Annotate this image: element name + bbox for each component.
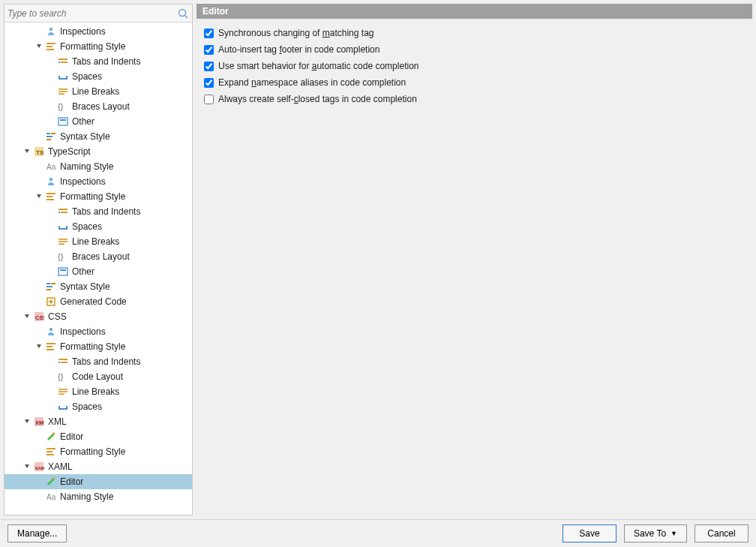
- option-label[interactable]: Expand namespace aliases in code complet…: [218, 77, 406, 88]
- chevron-down-icon[interactable]: [24, 313, 32, 320]
- tree-item[interactable]: Syntax Style: [4, 279, 192, 294]
- tree-item[interactable]: Syntax Style: [4, 129, 192, 144]
- chevron-down-icon[interactable]: [36, 193, 44, 200]
- tree-item-label: Generated Code: [60, 296, 127, 307]
- inspect-icon: [45, 176, 57, 188]
- tree-item[interactable]: Generated Code: [4, 294, 192, 309]
- svg-text:{}: {}: [58, 372, 64, 381]
- tree-item[interactable]: Line Breaks: [4, 384, 192, 399]
- manage-button[interactable]: Manage...: [8, 524, 67, 542]
- tabs-icon: [57, 56, 69, 68]
- svg-rect-27: [46, 196, 52, 197]
- option-label[interactable]: Auto-insert tag footer in code completio…: [218, 44, 380, 55]
- chevron-down-icon[interactable]: [36, 343, 44, 350]
- tree-item[interactable]: Tabs and Indents: [4, 54, 192, 69]
- tree-item[interactable]: Editor: [4, 429, 192, 444]
- svg-rect-65: [46, 448, 56, 449]
- svg-rect-26: [46, 193, 56, 194]
- option-checkbox[interactable]: [204, 62, 214, 71]
- svg-rect-43: [46, 286, 52, 287]
- dropdown-icon: ▼: [670, 530, 677, 537]
- svg-rect-12: [58, 89, 68, 90]
- svg-rect-20: [46, 136, 52, 137]
- search-icon[interactable]: [177, 8, 189, 20]
- tree-item[interactable]: Line Breaks: [4, 84, 192, 99]
- tree-item-label: Other: [72, 116, 94, 127]
- tree-item-label: Spaces: [72, 71, 102, 82]
- chevron-down-icon[interactable]: [24, 148, 32, 155]
- svg-rect-54: [58, 362, 60, 363]
- save-button[interactable]: Save: [562, 524, 616, 542]
- tree-item[interactable]: XMLXML: [4, 414, 192, 429]
- tree-item[interactable]: {}Braces Layout: [4, 99, 192, 114]
- tree-item[interactable]: Inspections: [4, 24, 192, 39]
- sidebar: InspectionsFormatting StyleTabs and Inde…: [4, 4, 193, 515]
- tree-item[interactable]: Inspections: [4, 324, 192, 339]
- tree-item[interactable]: Formatting Style: [4, 39, 192, 54]
- option-checkbox[interactable]: [204, 29, 214, 38]
- tree-item[interactable]: CSSCSS: [4, 309, 192, 324]
- tree-item-label: Tabs and Indents: [72, 56, 140, 67]
- tree-item[interactable]: Line Breaks: [4, 234, 192, 249]
- cancel-button[interactable]: Cancel: [694, 524, 748, 542]
- editor-icon: [45, 431, 57, 443]
- tree-item[interactable]: XAMLXAML: [4, 459, 192, 474]
- svg-rect-30: [61, 212, 68, 213]
- tree-item[interactable]: Inspections: [4, 174, 192, 189]
- tree-item[interactable]: Tabs and Indents: [4, 204, 192, 219]
- tree-item[interactable]: AaNaming Style: [4, 159, 192, 174]
- tree-item[interactable]: Formatting Style: [4, 339, 192, 354]
- option-label[interactable]: Synchronous changing of matching tag: [218, 28, 374, 38]
- tree-item[interactable]: Formatting Style: [4, 189, 192, 204]
- tree-item[interactable]: Spaces: [4, 399, 192, 414]
- option-label[interactable]: Use smart behavior for automatic code co…: [218, 61, 418, 71]
- tree-item[interactable]: Formatting Style: [4, 444, 192, 459]
- search-input[interactable]: [8, 8, 177, 19]
- tree-item-label: Spaces: [72, 221, 102, 232]
- css-icon: CSS: [33, 311, 45, 323]
- tree-item[interactable]: Other: [4, 264, 192, 279]
- chevron-down-icon[interactable]: [36, 43, 44, 50]
- save-to-button[interactable]: Save To ▼: [624, 524, 687, 542]
- tree-item-label: Line Breaks: [72, 386, 119, 397]
- tree-item[interactable]: Spaces: [4, 219, 192, 234]
- svg-text:XAML: XAML: [35, 466, 45, 470]
- button-bar: Manage... Save Save To ▼ Cancel: [0, 519, 756, 547]
- svg-rect-56: [58, 389, 68, 390]
- tree-item[interactable]: AaNaming Style: [4, 489, 192, 504]
- svg-rect-40: [60, 269, 66, 271]
- svg-rect-21: [46, 139, 51, 140]
- tree-scroll[interactable]: InspectionsFormatting StyleTabs and Inde…: [4, 23, 192, 515]
- svg-rect-10: [58, 76, 60, 79]
- lines-icon: [57, 86, 69, 98]
- option-checkbox[interactable]: [204, 45, 214, 55]
- svg-rect-18: [46, 133, 50, 134]
- option-row: Always create self-closed tags in code c…: [204, 91, 745, 107]
- tree-item[interactable]: Other: [4, 114, 192, 129]
- fmt-icon: [45, 341, 57, 353]
- option-checkbox[interactable]: [204, 78, 214, 88]
- chevron-down-icon[interactable]: [24, 463, 32, 470]
- tree-item-label: Editor: [60, 476, 83, 487]
- svg-rect-16: [58, 118, 68, 125]
- option-label[interactable]: Always create self-closed tags in code c…: [218, 94, 417, 104]
- tree-item[interactable]: TSTypeScript: [4, 144, 192, 159]
- chevron-down-icon[interactable]: [24, 418, 32, 425]
- tree-item[interactable]: {}Braces Layout: [4, 249, 192, 264]
- tree-item[interactable]: Tabs and Indents: [4, 354, 192, 369]
- inspect-icon: [45, 326, 57, 338]
- tree-item-label: Syntax Style: [60, 281, 110, 292]
- tree-item-label: Braces Layout: [72, 251, 130, 262]
- svg-rect-3: [46, 43, 56, 44]
- tree-item[interactable]: {}Code Layout: [4, 369, 192, 384]
- tree-item-label: Formatting Style: [60, 446, 125, 457]
- svg-rect-53: [61, 362, 68, 363]
- svg-rect-50: [46, 346, 52, 347]
- option-row: Use smart behavior for automatic code co…: [204, 58, 745, 74]
- lines-icon: [57, 236, 69, 248]
- tree-item-label: Formatting Style: [60, 41, 125, 52]
- tree-item[interactable]: Editor: [4, 474, 192, 489]
- option-checkbox[interactable]: [204, 95, 214, 104]
- svg-rect-66: [46, 451, 52, 452]
- tree-item[interactable]: Spaces: [4, 69, 192, 84]
